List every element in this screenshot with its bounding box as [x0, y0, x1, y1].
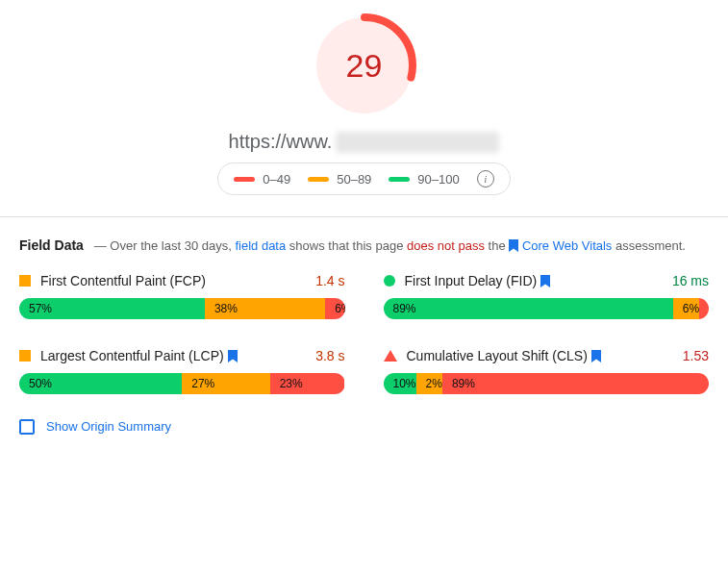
metric-card: Cumulative Layout Shift (CLS) 1.5310%2%8… [384, 348, 710, 394]
distribution-segment: 57% [19, 298, 205, 319]
field-data-label: Field Data [19, 237, 84, 253]
triangle-red-icon [384, 350, 397, 362]
field-data-summary: Field Data — Over the last 30 days, fiel… [19, 235, 709, 258]
bookmark-icon [228, 350, 238, 362]
page-url: https://www. [229, 131, 500, 153]
dash-red-icon [234, 177, 255, 182]
distribution-segment: 2% [416, 373, 442, 394]
legend-average: 50–89 [308, 172, 371, 187]
url-prefix: https://www. [229, 131, 333, 153]
metric-name: First Contentful Paint (FCP) [40, 273, 306, 288]
metric-card: First Contentful Paint (FCP) 1.4 s57%38%… [19, 273, 345, 319]
distribution-bar: 50%27%23% [19, 373, 345, 394]
metrics-grid: First Contentful Paint (FCP) 1.4 s57%38%… [19, 273, 709, 394]
url-redacted [336, 132, 499, 153]
metric-value: 3.8 s [315, 348, 344, 363]
dash-orange-icon [308, 177, 329, 182]
distribution-bar: 89%6%5% [384, 298, 710, 319]
distribution-segment: 89% [384, 298, 673, 319]
distribution-segment: 27% [182, 373, 269, 394]
metric-value: 16 ms [672, 273, 709, 288]
bookmark-icon [591, 350, 601, 362]
distribution-segment: 23% [270, 373, 345, 394]
legend-good: 90–100 [389, 172, 459, 187]
dash-green-icon [389, 177, 410, 182]
show-origin-summary-toggle[interactable]: Show Origin Summary [19, 419, 709, 435]
info-icon[interactable]: i [477, 170, 494, 187]
distribution-segment: 50% [19, 373, 182, 394]
square-orange-icon [19, 275, 31, 287]
distribution-segment: 38% [205, 298, 325, 319]
does-not-pass-text: does not pass [407, 238, 485, 253]
distribution-bar: 10%2%89% [384, 373, 710, 394]
square-orange-icon [19, 350, 31, 362]
metric-value: 1.53 [683, 348, 709, 363]
divider [0, 216, 728, 217]
distribution-segment: 89% [442, 373, 709, 394]
performance-score: 29 [311, 12, 418, 119]
metric-name: Cumulative Layout Shift (CLS) [407, 348, 673, 363]
circle-green-icon [384, 275, 395, 287]
core-web-vitals-link[interactable]: Core Web Vitals [522, 238, 612, 253]
distribution-segment: 10% [384, 373, 416, 394]
metric-card: First Input Delay (FID) 16 ms89%6%5% [384, 273, 710, 319]
field-data-link[interactable]: field data [235, 238, 286, 253]
metric-card: Largest Contentful Paint (LCP) 3.8 s50%2… [19, 348, 345, 394]
metric-value: 1.4 s [315, 273, 344, 288]
distribution-segment: 6% [325, 298, 344, 319]
distribution-segment: 6% [673, 298, 699, 319]
score-legend: 0–49 50–89 90–100 i [217, 162, 510, 195]
performance-gauge: 29 [311, 12, 418, 119]
bookmark-icon [509, 239, 518, 252]
checkbox-icon [19, 419, 35, 435]
bookmark-icon [540, 275, 550, 287]
metric-name: Largest Contentful Paint (LCP) [40, 348, 306, 363]
show-origin-summary-label: Show Origin Summary [46, 419, 171, 434]
metric-name: First Input Delay (FID) [405, 273, 663, 288]
distribution-segment: 5% [699, 298, 709, 319]
legend-poor: 0–49 [234, 172, 290, 187]
distribution-bar: 57%38%6% [19, 298, 345, 319]
